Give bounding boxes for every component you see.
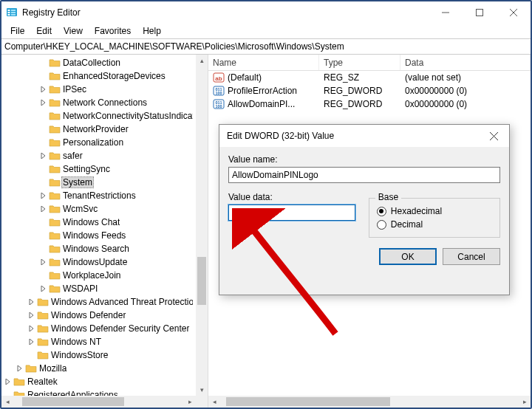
- tree-item[interactable]: WcmSvc: [1, 202, 196, 216]
- folder-icon: [49, 283, 61, 294]
- value-name-input[interactable]: [228, 167, 500, 183]
- expander-icon[interactable]: [38, 283, 49, 294]
- edit-dword-dialog: Edit DWORD (32-bit) Value Value name: Va…: [219, 124, 510, 295]
- scroll-right-icon[interactable]: ▸: [184, 396, 196, 408]
- close-button[interactable]: [497, 1, 531, 24]
- tree-item[interactable]: Windows Advanced Threat Protection: [1, 295, 196, 309]
- list-row[interactable]: ab(Default)REG_SZ(value not set): [208, 71, 531, 84]
- list-header: Name Type Data: [208, 55, 531, 71]
- tree-item[interactable]: Windows Defender Security Center: [1, 322, 196, 335]
- cancel-button[interactable]: Cancel: [443, 248, 500, 265]
- radio-decimal[interactable]: Decimal: [377, 219, 492, 230]
- tree-item-label: EnhancedStorageDevices: [63, 71, 166, 81]
- tree-item-label: Windows Defender Security Center: [51, 323, 189, 334]
- expander-icon[interactable]: [38, 84, 49, 94]
- menu-help[interactable]: Help: [137, 24, 167, 38]
- expander-icon[interactable]: [38, 204, 49, 214]
- folder-icon: [49, 84, 61, 94]
- tree-item[interactable]: WorkplaceJoin: [1, 269, 196, 282]
- menu-view[interactable]: View: [58, 24, 89, 38]
- expander-icon[interactable]: [3, 377, 13, 387]
- tree-item[interactable]: System: [1, 176, 196, 189]
- expander-icon[interactable]: [38, 257, 49, 267]
- value-data-input[interactable]: [228, 205, 355, 221]
- address-bar[interactable]: Computer\HKEY_LOCAL_MACHINE\SOFTWARE\Pol…: [1, 38, 531, 55]
- folder-icon: [49, 71, 61, 81]
- tree-item[interactable]: WindowsUpdate: [1, 255, 196, 269]
- tree-horizontal-scrollbar[interactable]: ◂ ▸: [1, 396, 196, 408]
- expander-icon[interactable]: [27, 323, 37, 334]
- tree-item[interactable]: NetworkProvider: [1, 123, 196, 136]
- tree-item[interactable]: Windows Feeds: [1, 229, 196, 242]
- tree-item[interactable]: DataCollection: [1, 56, 196, 69]
- value-name-label: Value name:: [228, 154, 500, 165]
- value-name: (Default): [228, 72, 262, 83]
- dialog-titlebar[interactable]: Edit DWORD (32-bit) Value: [219, 125, 509, 147]
- value-name: ProfileErrorAction: [228, 86, 297, 96]
- expander-icon[interactable]: [38, 190, 49, 201]
- tree-item[interactable]: SettingSync: [1, 162, 196, 176]
- menu-file[interactable]: File: [4, 24, 30, 38]
- value-data: (value not set): [400, 72, 531, 83]
- radio-hexadecimal[interactable]: Hexadecimal: [377, 206, 492, 216]
- expander-icon[interactable]: [38, 97, 49, 108]
- minimize-button[interactable]: [429, 1, 463, 24]
- expander-icon[interactable]: [27, 310, 37, 320]
- tree-item-label: DataCollection: [63, 58, 120, 68]
- tree-item[interactable]: Windows NT: [1, 335, 196, 348]
- scroll-left-icon[interactable]: ◂: [208, 396, 220, 408]
- tree-item[interactable]: WSDAPI: [1, 282, 196, 295]
- tree-item[interactable]: RegisteredApplications: [1, 388, 196, 396]
- tree-item[interactable]: TenantRestrictions: [1, 189, 196, 202]
- tree-item-label: Network Connections: [63, 97, 147, 108]
- list-body[interactable]: ab(Default)REG_SZ(value not set)011100Pr…: [208, 71, 531, 111]
- tree-item[interactable]: Mozilla: [1, 362, 196, 375]
- tree-item[interactable]: Network Connections: [1, 96, 196, 109]
- value-type: REG_SZ: [319, 72, 400, 83]
- tree-item-label: WindowsUpdate: [63, 257, 127, 267]
- tree-item[interactable]: Personalization: [1, 136, 196, 149]
- tree-item-label: NetworkProvider: [63, 124, 129, 134]
- folder-icon: [13, 377, 25, 387]
- svg-rect-5: [11, 12, 16, 13]
- tree-item[interactable]: EnhancedStorageDevices: [1, 69, 196, 83]
- scroll-left-icon[interactable]: ◂: [1, 396, 13, 408]
- folder-icon: [37, 337, 49, 347]
- registry-tree[interactable]: DataCollectionEnhancedStorageDevicesIPSe…: [1, 55, 196, 396]
- expander-icon[interactable]: [38, 151, 49, 161]
- tree-item[interactable]: Realtek: [1, 375, 196, 388]
- tree-item-label: Realtek: [27, 377, 58, 387]
- tree-item[interactable]: Windows Search: [1, 242, 196, 255]
- maximize-button[interactable]: [463, 1, 497, 24]
- tree-item[interactable]: Windows Chat: [1, 216, 196, 229]
- tree-vertical-scrollbar[interactable]: ▴ ▾: [196, 55, 208, 396]
- tree-item[interactable]: WindowsStore: [1, 348, 196, 362]
- list-row[interactable]: 011100ProfileErrorActionREG_DWORD0x00000…: [208, 84, 531, 97]
- folder-icon: [49, 217, 61, 227]
- scroll-up-icon[interactable]: ▴: [196, 55, 208, 66]
- folder-icon: [37, 350, 49, 360]
- folder-icon: [25, 363, 37, 374]
- expander-icon[interactable]: [27, 297, 37, 307]
- tree-item[interactable]: IPSec: [1, 83, 196, 96]
- menu-edit[interactable]: Edit: [30, 24, 58, 38]
- ok-button[interactable]: OK: [379, 248, 437, 265]
- column-type[interactable]: Type: [319, 55, 400, 70]
- expander-icon[interactable]: [27, 337, 37, 347]
- base-group-label: Base: [375, 192, 401, 202]
- dialog-title-text: Edit DWORD (32-bit) Value: [227, 131, 334, 141]
- tree-item[interactable]: safer: [1, 149, 196, 162]
- scroll-right-icon[interactable]: ▸: [519, 396, 531, 408]
- expander-icon[interactable]: [15, 363, 25, 374]
- list-row[interactable]: 011100AllowDomainPI...REG_DWORD0x0000000…: [208, 97, 531, 111]
- column-data[interactable]: Data: [400, 55, 531, 70]
- column-name[interactable]: Name: [208, 55, 319, 70]
- scroll-down-icon[interactable]: ▾: [196, 384, 208, 396]
- menu-favorites[interactable]: Favorites: [89, 24, 137, 38]
- tree-item[interactable]: Windows Defender: [1, 309, 196, 322]
- dialog-close-button[interactable]: [478, 125, 509, 147]
- tree-item-label: System: [61, 176, 94, 188]
- dword-value-icon: 011100: [213, 98, 225, 110]
- list-horizontal-scrollbar[interactable]: ◂ ▸: [208, 396, 531, 408]
- tree-item[interactable]: NetworkConnectivityStatusIndicator: [1, 109, 196, 123]
